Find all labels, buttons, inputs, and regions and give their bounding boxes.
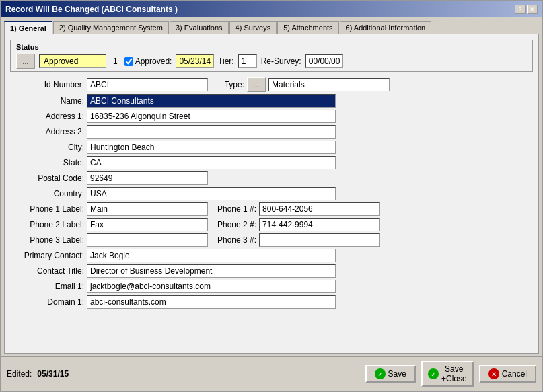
type-label: Type: — [211, 80, 244, 89]
status-value: Approved — [39, 54, 106, 68]
contact-title-label: Contact Title: — [10, 266, 84, 276]
name-row: Name: — [10, 94, 533, 108]
tab-bar: 1) General 2) Quality Management System … — [4, 20, 539, 34]
address1-label: Address 1: — [10, 112, 84, 121]
phone1-label-label: Phone 1 Label: — [10, 204, 84, 214]
tab-general[interactable]: 1) General — [4, 21, 52, 34]
country-row: Country: — [10, 187, 533, 200]
status-group: Status ... Approved 1 Approved: 05/23/14… — [10, 40, 533, 72]
phone3-num-label: Phone 3 #: — [217, 235, 256, 245]
name-input[interactable] — [87, 94, 336, 108]
status-row: ... Approved 1 Approved: 05/23/14 Tier: … — [16, 54, 527, 69]
phone3-num-input[interactable] — [259, 233, 380, 247]
domain1-input[interactable] — [87, 295, 336, 309]
tab-attachments[interactable]: 5) Attachments — [277, 21, 338, 34]
phone1-label-input[interactable] — [87, 202, 208, 216]
resurvey-value[interactable]: 00/00/00 — [305, 54, 344, 68]
state-input[interactable] — [87, 156, 336, 169]
close-button[interactable]: ✕ — [527, 5, 538, 14]
city-input[interactable] — [87, 141, 336, 154]
approved-date[interactable]: 05/23/14 — [176, 54, 214, 68]
cancel-label: Cancel — [502, 369, 527, 379]
address1-input[interactable] — [87, 110, 336, 123]
tier-label: Tier: — [218, 56, 234, 66]
address2-label: Address 2: — [10, 127, 84, 136]
type-input[interactable] — [268, 78, 390, 91]
name-label: Name: — [10, 96, 84, 106]
email1-row: Email 1: — [10, 280, 533, 293]
domain1-label: Domain 1: — [10, 297, 84, 307]
status-approved-num: 1 — [110, 55, 120, 67]
main-window: Record Will Be Changed (ABCI Consultants… — [0, 0, 543, 392]
help-button[interactable]: ? — [515, 5, 526, 14]
address1-row: Address 1: — [10, 110, 533, 123]
form-grid: Id Number: Type: ... Name: Address 1: — [10, 77, 533, 309]
edited-label: Edited: — [7, 369, 32, 379]
phone1-num-label: Phone 1 #: — [217, 204, 256, 214]
domain1-row: Domain 1: — [10, 295, 533, 309]
status-group-label: Status — [16, 43, 527, 51]
id-number-input[interactable] — [87, 78, 208, 91]
phone3-row: Phone 3 Label: Phone 3 #: — [10, 233, 533, 247]
primary-contact-row: Primary Contact: — [10, 249, 533, 262]
title-bar-buttons: ? ✕ — [515, 5, 538, 14]
city-row: City: — [10, 141, 533, 154]
primary-contact-input[interactable] — [87, 249, 336, 262]
state-label: State: — [10, 158, 84, 167]
postal-input[interactable] — [87, 171, 208, 185]
address2-input[interactable] — [87, 125, 336, 139]
save-icon: ✓ — [375, 368, 386, 379]
general-panel: Status ... Approved 1 Approved: 05/23/14… — [4, 34, 539, 354]
type-browse-button[interactable]: ... — [247, 77, 266, 92]
id-type-row: Id Number: Type: ... — [10, 77, 533, 92]
save-button[interactable]: ✓ Save — [365, 365, 416, 383]
country-label: Country: — [10, 189, 84, 198]
save-close-button[interactable]: ✓ Save+Close — [421, 361, 474, 387]
phone3-label-label: Phone 3 Label: — [10, 235, 84, 245]
approved-label: Approved: — [135, 56, 172, 66]
phone2-num-input[interactable] — [259, 218, 380, 231]
cancel-button[interactable]: ✕ Cancel — [479, 365, 536, 383]
save-close-icon: ✓ — [428, 368, 439, 379]
tier-value[interactable]: 1 — [238, 54, 257, 68]
primary-contact-label: Primary Contact: — [10, 251, 84, 260]
email1-label: Email 1: — [10, 282, 84, 291]
approved-checkbox[interactable] — [124, 57, 133, 66]
cancel-icon: ✕ — [488, 368, 499, 379]
approved-checkbox-label[interactable]: Approved: — [124, 56, 172, 66]
phone2-label-input[interactable] — [87, 218, 208, 231]
content-area: 1) General 2) Quality Management System … — [1, 17, 542, 356]
title-bar: Record Will Be Changed (ABCI Consultants… — [1, 1, 542, 17]
status-browse-button[interactable]: ... — [16, 54, 35, 69]
city-label: City: — [10, 143, 84, 152]
address2-row: Address 2: — [10, 125, 533, 139]
tab-additional[interactable]: 6) Additional Information — [340, 21, 432, 34]
postal-row: Postal Code: — [10, 171, 533, 185]
phone1-row: Phone 1 Label: Phone 1 #: — [10, 202, 533, 216]
tab-surveys[interactable]: 4) Surveys — [229, 21, 277, 34]
save-label: Save — [388, 369, 406, 379]
phone3-label-input[interactable] — [87, 233, 208, 247]
phone1-num-input[interactable] — [259, 202, 380, 216]
phone2-row: Phone 2 Label: Phone 2 #: — [10, 218, 533, 231]
state-row: State: — [10, 156, 533, 169]
tab-evaluations[interactable]: 3) Evaluations — [170, 21, 229, 34]
email1-input[interactable] — [87, 280, 336, 293]
window-title: Record Will Be Changed (ABCI Consultants… — [5, 5, 178, 14]
phone2-num-label: Phone 2 #: — [217, 220, 256, 229]
postal-label: Postal Code: — [10, 173, 84, 183]
footer: Edited: 05/31/15 ✓ Save ✓ Save+Close ✕ C… — [1, 356, 542, 391]
tab-qms[interactable]: 2) Quality Management System — [53, 21, 169, 34]
edited-date: 05/31/15 — [37, 369, 69, 379]
resurvey-label: Re-Survey: — [261, 56, 301, 66]
save-close-label: Save+Close — [441, 364, 467, 383]
contact-title-row: Contact Title: — [10, 264, 533, 278]
contact-title-input[interactable] — [87, 264, 336, 278]
phone2-label-label: Phone 2 Label: — [10, 220, 84, 229]
country-input[interactable] — [87, 187, 336, 200]
id-number-label: Id Number: — [10, 80, 84, 89]
